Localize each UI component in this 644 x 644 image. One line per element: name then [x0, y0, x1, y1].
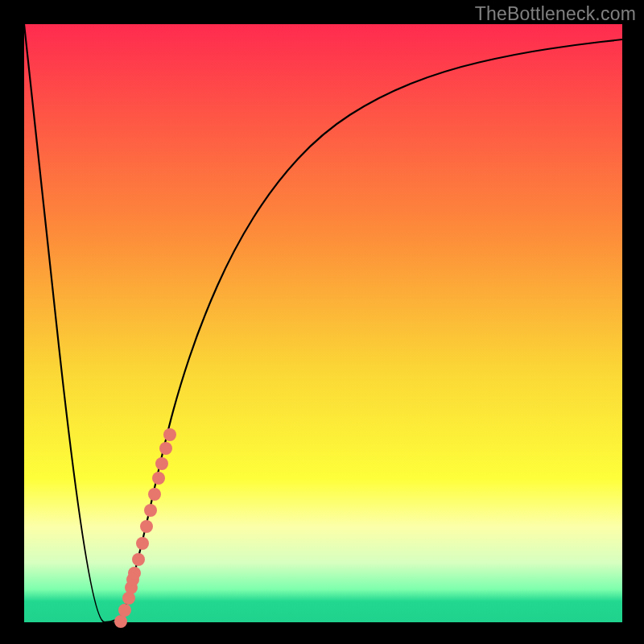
- plot-background: [24, 24, 622, 622]
- marker-dot: [163, 428, 176, 441]
- watermark-text: TheBottleneck.com: [475, 3, 636, 25]
- marker-dot: [148, 488, 161, 501]
- bottleneck-chart: TheBottleneck.com: [0, 0, 644, 644]
- chart-canvas: [0, 0, 644, 644]
- marker-dot: [140, 520, 153, 533]
- marker-dot: [159, 442, 172, 455]
- marker-dot: [128, 567, 141, 580]
- marker-dot: [114, 615, 127, 628]
- marker-dot: [155, 457, 168, 470]
- marker-dot: [144, 504, 157, 517]
- marker-dot: [136, 537, 149, 550]
- marker-dot: [118, 604, 131, 617]
- marker-dot: [132, 553, 145, 566]
- marker-dot: [152, 472, 165, 485]
